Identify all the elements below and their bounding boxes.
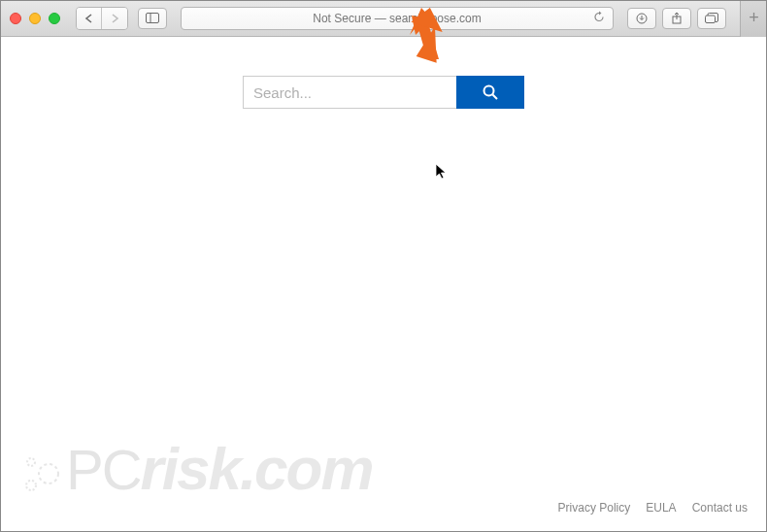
tabs-icon <box>705 13 718 23</box>
browser-toolbar: Not Secure — searchgoose.com <box>0 0 767 37</box>
search-button[interactable] <box>456 76 524 109</box>
back-button[interactable] <box>77 8 102 29</box>
tabs-button[interactable] <box>697 8 726 29</box>
search-form <box>243 76 524 109</box>
svg-rect-4 <box>706 16 716 23</box>
page-content: Privacy Policy EULA Contact us <box>0 37 767 532</box>
close-window-button[interactable] <box>10 13 21 24</box>
forward-button[interactable] <box>102 8 127 29</box>
plus-icon: + <box>749 8 759 28</box>
eula-link[interactable]: EULA <box>646 501 676 515</box>
share-icon <box>671 12 683 24</box>
footer-links: Privacy Policy EULA Contact us <box>558 501 748 515</box>
nav-group <box>76 7 128 30</box>
search-icon <box>481 83 500 102</box>
sidebar-button[interactable] <box>138 8 167 29</box>
toolbar-right <box>627 8 726 29</box>
address-bar[interactable]: Not Secure — searchgoose.com <box>181 7 614 30</box>
minimize-window-button[interactable] <box>29 13 41 24</box>
svg-point-5 <box>484 86 494 96</box>
search-input[interactable] <box>243 76 456 109</box>
svg-line-6 <box>493 95 498 100</box>
share-button[interactable] <box>662 8 691 29</box>
reload-button[interactable] <box>593 11 605 26</box>
downloads-button[interactable] <box>627 8 656 29</box>
privacy-link[interactable]: Privacy Policy <box>558 501 631 515</box>
window-controls <box>10 13 60 24</box>
reload-icon <box>593 11 605 23</box>
chevron-right-icon <box>111 14 119 23</box>
sidebar-icon <box>146 13 159 23</box>
download-icon <box>635 13 649 24</box>
chevron-left-icon <box>84 14 93 23</box>
maximize-window-button[interactable] <box>49 13 60 24</box>
address-text: Not Secure — searchgoose.com <box>313 12 481 25</box>
contact-link[interactable]: Contact us <box>692 501 748 515</box>
svg-rect-0 <box>147 14 159 23</box>
new-tab-button[interactable]: + <box>740 0 767 37</box>
